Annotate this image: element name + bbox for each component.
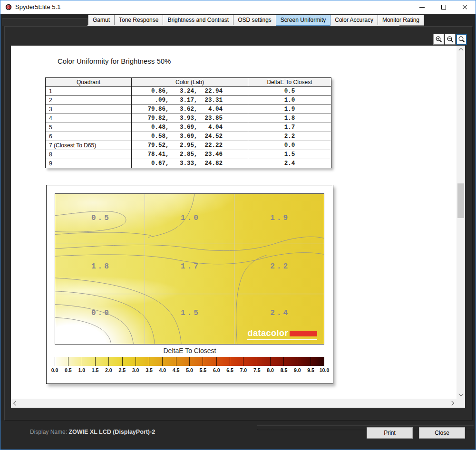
- tick-label: 3.0: [132, 367, 139, 373]
- scroll-up-button[interactable]: [457, 46, 465, 54]
- header-delta-e: DeltaE To Closest: [248, 78, 331, 87]
- zoom-tool-button[interactable]: [456, 34, 467, 45]
- quadrant-cell: 4: [46, 114, 132, 123]
- tab-tone-response[interactable]: Tone Response: [114, 15, 163, 26]
- spyder-logo-icon: [5, 3, 12, 11]
- lab-cell: 0.58, 3.69, 24.52: [132, 132, 248, 141]
- quadrant-cell: 2: [46, 96, 132, 105]
- chevron-right-icon: [449, 401, 454, 406]
- tab-gamut[interactable]: Gamut: [88, 15, 115, 26]
- map-value-label: 2.4: [268, 309, 290, 317]
- tick-label: 4.5: [173, 367, 180, 373]
- colorbar-title: DeltaE To Closest: [47, 347, 333, 354]
- scrollbar-corner: [457, 399, 465, 408]
- header-quadrant: Quadrant: [46, 78, 132, 87]
- tab-osd-settings[interactable]: OSD settings: [233, 15, 276, 26]
- tick-label: 6.0: [213, 367, 220, 373]
- map-value-label: 1.5: [179, 309, 200, 317]
- tick-label: 0.5: [65, 367, 72, 373]
- print-button[interactable]: Print: [367, 427, 413, 439]
- maximize-icon: [441, 5, 446, 10]
- tab-screen-uniformity[interactable]: Screen Uniformity: [276, 15, 330, 26]
- tick-label: 8.0: [267, 367, 274, 373]
- minimize-icon: [419, 7, 425, 8]
- chevron-down-icon: [458, 392, 463, 396]
- table-row: 3 79.86, 3.62, 4.04 1.9: [46, 105, 331, 114]
- tab-brightness-and-contrast[interactable]: Brightness and Contrast: [163, 15, 233, 26]
- quadrant-cell: 9: [46, 159, 132, 168]
- tick-label: 9.0: [294, 367, 301, 373]
- map-value-label: 2.2: [268, 262, 290, 271]
- delta-e-cell: 1.7: [248, 123, 331, 132]
- tick-label: 5.0: [186, 367, 193, 373]
- minimize-button[interactable]: [411, 0, 433, 14]
- close-button[interactable]: Close: [419, 427, 465, 439]
- uniformity-map-card: 0.5 1.0 1.9 1.8 1.7 2.2 0.0 1.5 2.4 data…: [46, 185, 333, 384]
- zoom-in-button[interactable]: [433, 34, 444, 45]
- quadrant-cell: 6: [46, 132, 132, 141]
- close-window-button[interactable]: [454, 0, 476, 14]
- horizontal-scrollbar[interactable]: [11, 399, 457, 408]
- tick-label: 2.0: [105, 367, 112, 373]
- lab-cell: 79.52, 2.95, 22.22: [132, 141, 248, 150]
- close-icon: [462, 4, 468, 10]
- delta-e-cell: 2.2: [248, 132, 331, 141]
- tick-label: 1.0: [78, 367, 85, 373]
- tick-label: 5.5: [200, 367, 207, 373]
- table-row: 8 78.41, 2.85, 23.46 1.5: [46, 150, 331, 159]
- table-row: 5 0.48, 3.69, 4.04 1.7: [46, 123, 331, 132]
- map-value-label: 0.0: [89, 309, 111, 317]
- zoom-out-button[interactable]: [445, 34, 456, 45]
- display-name-value: ZOWIE XL LCD (DisplayPort)-2: [68, 429, 155, 435]
- table-row: 2 .09, 3.17, 23.31 1.0: [46, 96, 331, 105]
- tab-color-accuracy[interactable]: Color Accuracy: [330, 15, 378, 26]
- map-value-label: 1.8: [89, 262, 111, 271]
- uniformity-table: Quadrant Color (Lab) DeltaE To Closest 1…: [45, 77, 331, 168]
- zoom-toolbar: [433, 34, 467, 45]
- tick-label: 4.0: [159, 367, 166, 373]
- report-title: Color Uniformity for Brightness 50%: [58, 57, 171, 65]
- zoom-tool-icon: [458, 36, 466, 43]
- table-row: 4 79.82, 3.93, 23.85 1.8: [46, 114, 331, 123]
- scroll-right-button[interactable]: [448, 399, 457, 408]
- table-row: 9 0.67, 3.33, 24.82 2.4: [46, 159, 331, 168]
- tick-label: 0.0: [51, 367, 58, 373]
- tick-label: 7.0: [240, 367, 247, 373]
- scroll-down-button[interactable]: [457, 391, 465, 399]
- datacolor-logo-text: datacolor: [247, 328, 288, 338]
- tick-label: 3.5: [146, 367, 153, 373]
- map-value-label: 1.9: [268, 214, 290, 222]
- scroll-left-button[interactable]: [11, 399, 19, 408]
- display-name-status: Display Name: ZOWIE XL LCD (DisplayPort)…: [30, 429, 155, 435]
- vertical-scrollbar[interactable]: [457, 46, 465, 399]
- tab-bar: Gamut Tone Response Brightness and Contr…: [88, 15, 424, 26]
- window-title: Spyder5Elite 5.1: [15, 3, 60, 10]
- title-bar: Spyder5Elite 5.1: [0, 0, 476, 14]
- lab-cell: .09, 3.17, 23.31: [132, 96, 248, 105]
- lab-cell: 0.48, 3.69, 4.04: [132, 123, 248, 132]
- colorbar-tick-labels: 0.0 0.5 1.0 1.5 2.0 2.5 3.0 3.5 4.0 4.5 …: [55, 367, 324, 374]
- lab-cell: 0.86, 3.24, 22.94: [132, 87, 248, 96]
- delta-e-cell: 0.0: [248, 141, 331, 150]
- delta-e-cell: 0.5: [248, 87, 331, 96]
- table-row: 1 0.86, 3.24, 22.94 0.5: [46, 87, 331, 96]
- quadrant-cell: 7 (Closest To D65): [46, 141, 132, 150]
- delta-e-cell: 1.5: [248, 150, 331, 159]
- report-canvas: Color Uniformity for Brightness 50% Quad…: [11, 46, 457, 399]
- zoom-out-icon: [447, 36, 454, 43]
- maximize-button[interactable]: [433, 0, 454, 14]
- tab-monitor-rating[interactable]: Monitor Rating: [378, 15, 424, 26]
- header-color-lab: Color (Lab): [132, 78, 248, 87]
- map-value-label: 1.0: [179, 214, 200, 222]
- chevron-left-icon: [13, 401, 18, 406]
- delta-e-cell: 2.4: [248, 159, 331, 168]
- quadrant-cell: 5: [46, 123, 132, 132]
- tick-label: 9.5: [307, 367, 314, 373]
- tick-label: 10.0: [320, 367, 329, 373]
- datacolor-logo-red-bar: [290, 331, 317, 336]
- tick-label: 6.5: [226, 367, 233, 373]
- table-header-row: Quadrant Color (Lab) DeltaE To Closest: [46, 78, 331, 87]
- quadrant-cell: 8: [46, 150, 132, 159]
- vertical-scrollbar-thumb[interactable]: [457, 183, 464, 218]
- delta-e-cell: 1.8: [248, 114, 331, 123]
